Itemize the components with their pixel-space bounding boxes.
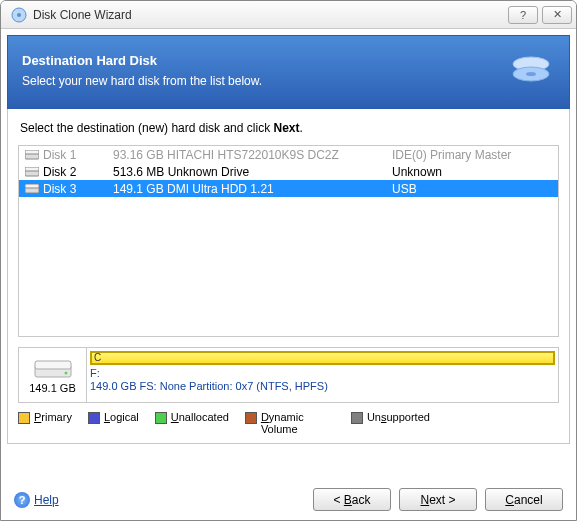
svg-rect-8 — [25, 167, 39, 171]
legend-dynamic: Dynamic Volume — [245, 411, 335, 435]
app-icon — [11, 7, 27, 23]
svg-point-1 — [17, 13, 21, 17]
hdd-icon — [25, 167, 43, 177]
svg-point-4 — [526, 72, 536, 76]
swatch-dynamic — [245, 412, 257, 424]
swatch-primary — [18, 412, 30, 424]
footer: ? Help < Back Next > Cancel — [14, 488, 563, 511]
next-rest: ext — [429, 493, 445, 507]
svg-rect-6 — [25, 150, 39, 154]
legend-unallocated: Unallocated — [155, 411, 229, 424]
hdd-icon — [25, 150, 43, 160]
legend-primary: Primary — [18, 411, 72, 424]
disk-row[interactable]: Disk 193.16 GB HITACHI HTS722010K9S DC2Z… — [19, 146, 558, 163]
disk-name: Disk 1 — [43, 148, 113, 162]
cancel-button[interactable]: Cancel — [485, 488, 563, 511]
disk-list[interactable]: Disk 193.16 GB HITACHI HTS722010K9S DC2Z… — [18, 145, 559, 337]
disk-info: 93.16 GB HITACHI HTS722010K9S DC2Z — [113, 148, 392, 162]
swatch-unallocated — [155, 412, 167, 424]
disk-info: 149.1 GB DMI Ultra HDD 1.21 — [113, 182, 392, 196]
disk-connection: USB — [392, 182, 552, 196]
partition-size: 149.1 GB — [29, 382, 75, 394]
partition-panel: 149.1 GB C F: 149.0 GB FS: None Partitio… — [18, 347, 559, 403]
titlebar: Disk Clone Wizard ? ✕ — [1, 1, 576, 29]
partition-details: 149.0 GB FS: None Partition: 0x7 (NTFS, … — [90, 380, 555, 393]
svg-rect-12 — [35, 361, 71, 369]
wizard-header: Destination Hard Disk Select your new ha… — [7, 35, 570, 109]
legend: Primary Logical Unallocated Dynamic Volu… — [18, 411, 559, 435]
close-button[interactable]: ✕ — [542, 6, 572, 24]
cancel-rest: ancel — [514, 493, 543, 507]
hdd-icon — [33, 357, 73, 381]
partition-bar-primary[interactable]: C — [90, 351, 555, 365]
legend-unsupported-rest: upported — [386, 411, 429, 423]
partition-drive-letter: F: — [90, 367, 555, 380]
partition-info: F: 149.0 GB FS: None Partition: 0x7 (NTF… — [90, 367, 555, 393]
disk-name: Disk 2 — [43, 165, 113, 179]
swatch-unsupported — [351, 412, 363, 424]
legend-primary-rest: rimary — [41, 411, 72, 423]
hdd-icon — [25, 184, 43, 194]
instruction-text: Select the destination (new) hard disk a… — [20, 121, 559, 135]
next-button[interactable]: Next > — [399, 488, 477, 511]
legend-unsupported: Unsupported — [351, 411, 430, 424]
disk-header-icon — [507, 46, 555, 94]
help-icon: ? — [14, 492, 30, 508]
disk-row[interactable]: Disk 3149.1 GB DMI Ultra HDD 1.21USB — [19, 180, 558, 197]
back-button[interactable]: < Back — [313, 488, 391, 511]
wizard-content: Select the destination (new) hard disk a… — [7, 109, 570, 444]
help-link[interactable]: ? Help — [14, 492, 59, 508]
window-title: Disk Clone Wizard — [33, 8, 504, 22]
disk-connection: IDE(0) Primary Master — [392, 148, 552, 162]
disk-name: Disk 3 — [43, 182, 113, 196]
legend-logical-rest: ogical — [110, 411, 139, 423]
partition-bar-letter: C — [94, 352, 101, 363]
legend-logical: Logical — [88, 411, 139, 424]
svg-point-13 — [64, 371, 67, 374]
partition-disk-thumb: 149.1 GB — [19, 348, 87, 402]
disk-info: 513.6 MB Unknown Drive — [113, 165, 392, 179]
header-subtitle: Select your new hard disk from the list … — [22, 74, 507, 88]
svg-rect-10 — [25, 184, 39, 188]
disk-connection: Unknown — [392, 165, 552, 179]
swatch-logical — [88, 412, 100, 424]
help-button[interactable]: ? — [508, 6, 538, 24]
header-title: Destination Hard Disk — [22, 53, 507, 68]
legend-unallocated-rest: nallocated — [179, 411, 229, 423]
disk-row[interactable]: Disk 2513.6 MB Unknown DriveUnknown — [19, 163, 558, 180]
back-rest: ack — [352, 493, 371, 507]
